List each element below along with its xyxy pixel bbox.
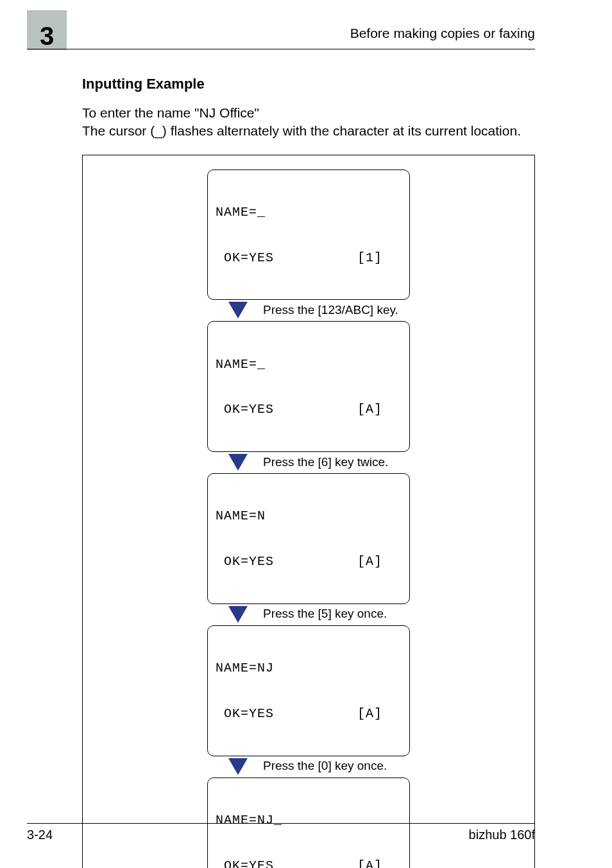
lcd-line2: OK=YES [A]	[216, 706, 402, 722]
svg-marker-3	[228, 758, 248, 775]
step-caption: Press the [5] key once.	[263, 607, 455, 621]
lcd-line2: OK=YES [A]	[216, 554, 402, 569]
step-caption: Press the [6] key twice.	[263, 456, 455, 469]
chapter-number: 3	[40, 22, 54, 50]
lcd-line1: NAME=NJ	[216, 661, 402, 676]
down-arrow-icon	[162, 454, 263, 471]
step-row: Press the [6] key twice.	[90, 452, 527, 473]
lcd-display: NAME=N OK=YES [A]	[207, 473, 410, 604]
lcd-line2: OK=YES [1]	[216, 250, 402, 266]
svg-marker-2	[228, 606, 248, 623]
section-heading: Inputting Example	[82, 76, 535, 92]
page-number: 3-24	[27, 828, 53, 842]
down-arrow-icon	[162, 302, 263, 318]
svg-marker-1	[228, 454, 248, 471]
intro-text: To enter the name "NJ Office" The cursor…	[82, 104, 535, 141]
step-row: Press the [5] key once.	[90, 604, 527, 625]
down-arrow-icon	[162, 606, 263, 623]
footer: 3-24 bizhub 160f	[27, 823, 535, 842]
content-area: Inputting Example To enter the name "NJ …	[82, 72, 535, 868]
lcd-display: NAME=NJ OK=YES [A]	[207, 625, 410, 756]
lcd-display: NAME=_ OK=YES [A]	[207, 321, 410, 452]
svg-marker-0	[228, 302, 248, 318]
header-rule	[27, 49, 535, 49]
step-row: Press the [123/ABC] key.	[90, 300, 527, 321]
chapter-tab: 3	[27, 10, 67, 50]
intro-line-1: To enter the name "NJ Office"	[82, 105, 259, 120]
figure-box: NAME=_ OK=YES [1] Press the [123/ABC] ke…	[82, 155, 535, 868]
lcd-line1: NAME=N	[216, 508, 402, 524]
step-caption: Press the [123/ABC] key.	[263, 304, 455, 317]
flow: NAME=_ OK=YES [1] Press the [123/ABC] ke…	[90, 169, 527, 868]
lcd-line2: OK=YES [A]	[216, 402, 402, 417]
page: 3 Before making copies or faxing Inputti…	[0, 0, 612, 868]
lcd-display: NAME=_ OK=YES [1]	[207, 169, 410, 300]
lcd-line1: NAME=_	[216, 357, 402, 372]
running-header: Before making copies or faxing	[350, 26, 535, 41]
model-name: bizhub 160f	[469, 828, 535, 842]
step-row: Press the [0] key once.	[90, 756, 527, 777]
lcd-line1: NAME=_	[216, 205, 402, 220]
lcd-line2: OK=YES [A]	[216, 858, 402, 868]
down-arrow-icon	[162, 758, 263, 775]
step-caption: Press the [0] key once.	[263, 759, 455, 773]
intro-line-2: The cursor (_) flashes alternately with …	[82, 123, 521, 138]
